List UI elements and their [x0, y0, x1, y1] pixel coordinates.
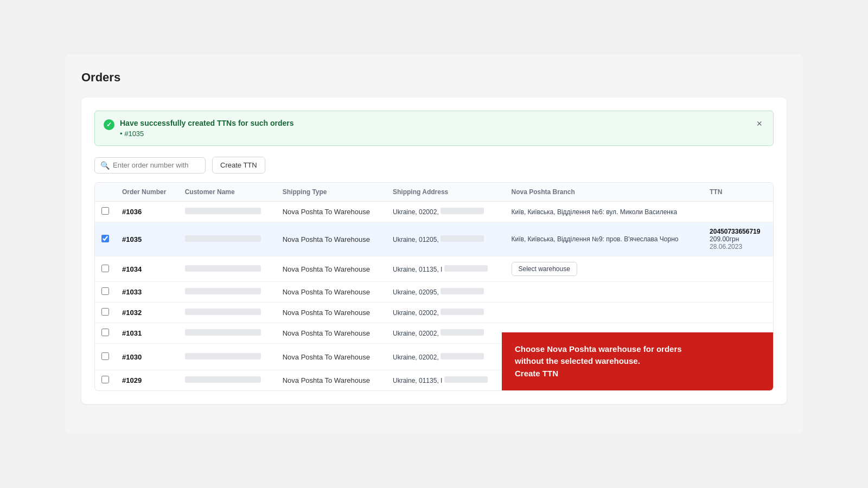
- customer-name-cell: [178, 222, 276, 256]
- shipping-address-cell: Ukraine, 02002,: [386, 323, 505, 344]
- row-checkbox[interactable]: [101, 329, 109, 336]
- customer-name-cell: [178, 303, 276, 323]
- shipping-address-cell: Ukraine, 01205,: [386, 222, 505, 256]
- nova-branch-cell: Київ, Київська, Відділення №6: вул. Мико…: [505, 202, 704, 222]
- shipping-address-cell: Ukraine, 02002,: [386, 202, 505, 222]
- shipping-address-cell: Ukraine, 02002,: [386, 303, 505, 323]
- order-number-cell: #1030: [116, 344, 178, 370]
- shipping-address-cell: Ukraine, 01135, І: [386, 370, 505, 391]
- success-text: Have successfully created TTNs for such …: [120, 119, 294, 138]
- ttn-cell: 20450733656719 209.00грн 28.06.2023: [703, 222, 773, 256]
- nova-branch-cell: [505, 303, 704, 323]
- ttn-cell: [703, 256, 773, 282]
- table-row: #1033 Nova Poshta To Warehouse Ukraine, …: [95, 282, 773, 303]
- main-card: Have successfully created TTNs for such …: [81, 98, 787, 404]
- search-input[interactable]: [113, 161, 200, 169]
- shipping-address-cell: Ukraine, 01135, І: [386, 256, 505, 282]
- success-banner-content: Have successfully created TTNs for such …: [104, 119, 294, 138]
- table-row: #1032 Nova Poshta To Warehouse Ukraine, …: [95, 303, 773, 323]
- customer-name-cell: [178, 323, 276, 344]
- ttn-cell: [703, 202, 773, 222]
- toolbar: 🔍 Create TTN: [94, 157, 774, 174]
- col-order-number: Order Number: [116, 183, 178, 202]
- order-number-cell: #1033: [116, 282, 178, 303]
- success-icon: [104, 119, 114, 130]
- col-checkbox: [95, 183, 116, 202]
- row-checkbox[interactable]: [101, 235, 109, 242]
- shipping-type-cell: Nova Poshta To Warehouse: [276, 303, 386, 323]
- shipping-type-cell: Nova Poshta To Warehouse: [276, 323, 386, 344]
- order-number-cell: #1032: [116, 303, 178, 323]
- create-ttn-button[interactable]: Create TTN: [212, 157, 265, 174]
- shipping-type-cell: Nova Poshta To Warehouse: [276, 222, 386, 256]
- row-checkbox-cell: [95, 370, 116, 391]
- row-checkbox-cell: [95, 323, 116, 344]
- row-checkbox-cell: [95, 222, 116, 256]
- order-number-cell: #1031: [116, 323, 178, 344]
- page-container: Orders Have successfully created TTNs fo…: [65, 54, 803, 434]
- close-banner-button[interactable]: ×: [754, 119, 764, 129]
- row-checkbox[interactable]: [101, 207, 109, 215]
- row-checkbox[interactable]: [101, 376, 109, 383]
- shipping-address-cell: Ukraine, 02095,: [386, 282, 505, 303]
- shipping-type-cell: Nova Poshta To Warehouse: [276, 370, 386, 391]
- nova-branch-cell: Select warehouse: [505, 256, 704, 282]
- search-icon: 🔍: [100, 161, 110, 170]
- col-customer-name: Customer Name: [178, 183, 276, 202]
- customer-name-cell: [178, 344, 276, 370]
- nova-branch-cell: [505, 282, 704, 303]
- table-row: #1036 Nova Poshta To Warehouse Ukraine, …: [95, 202, 773, 222]
- row-checkbox[interactable]: [101, 265, 109, 272]
- table-row: #1034 Nova Poshta To Warehouse Ukraine, …: [95, 256, 773, 282]
- orders-table-wrapper: Order Number Customer Name Shipping Type…: [94, 182, 774, 391]
- table-header: Order Number Customer Name Shipping Type…: [95, 183, 773, 202]
- row-checkbox[interactable]: [101, 308, 109, 316]
- shipping-type-cell: Nova Poshta To Warehouse: [276, 282, 386, 303]
- row-checkbox-cell: [95, 282, 116, 303]
- customer-name-cell: [178, 282, 276, 303]
- tooltip-box: Choose Nova Poshta warehouse for orders …: [502, 332, 773, 391]
- customer-name-cell: [178, 370, 276, 391]
- ttn-cell: [703, 282, 773, 303]
- order-number-cell: #1029: [116, 370, 178, 391]
- order-number-cell: #1034: [116, 256, 178, 282]
- row-checkbox[interactable]: [101, 287, 109, 295]
- shipping-address-cell: Ukraine, 02002,: [386, 344, 505, 370]
- success-title: Have successfully created TTNs for such …: [120, 119, 294, 127]
- select-warehouse-button[interactable]: Select warehouse: [512, 262, 577, 276]
- col-shipping-address: Shipping Address: [386, 183, 505, 202]
- row-checkbox-cell: [95, 256, 116, 282]
- page-title: Orders: [81, 70, 787, 85]
- search-wrapper: 🔍: [94, 157, 206, 174]
- col-ttn: TTN: [703, 183, 773, 202]
- order-number-cell: #1036: [116, 202, 178, 222]
- order-number-cell: #1035: [116, 222, 178, 256]
- shipping-type-cell: Nova Poshta To Warehouse: [276, 344, 386, 370]
- nova-branch-cell: Київ, Київська, Відділення №9: пров. В'я…: [505, 222, 704, 256]
- row-checkbox[interactable]: [101, 352, 109, 360]
- customer-name-cell: [178, 202, 276, 222]
- success-banner: Have successfully created TTNs for such …: [94, 111, 774, 146]
- success-order: • #1035: [120, 130, 294, 138]
- shipping-type-cell: Nova Poshta To Warehouse: [276, 202, 386, 222]
- customer-name-cell: [178, 256, 276, 282]
- shipping-type-cell: Nova Poshta To Warehouse: [276, 256, 386, 282]
- row-checkbox-cell: [95, 344, 116, 370]
- row-checkbox-cell: [95, 303, 116, 323]
- ttn-cell: [703, 303, 773, 323]
- row-checkbox-cell: [95, 202, 116, 222]
- col-nova-branch: Nova Poshta Branch: [505, 183, 704, 202]
- col-shipping-type: Shipping Type: [276, 183, 386, 202]
- table-row: #1035 Nova Poshta To Warehouse Ukraine, …: [95, 222, 773, 256]
